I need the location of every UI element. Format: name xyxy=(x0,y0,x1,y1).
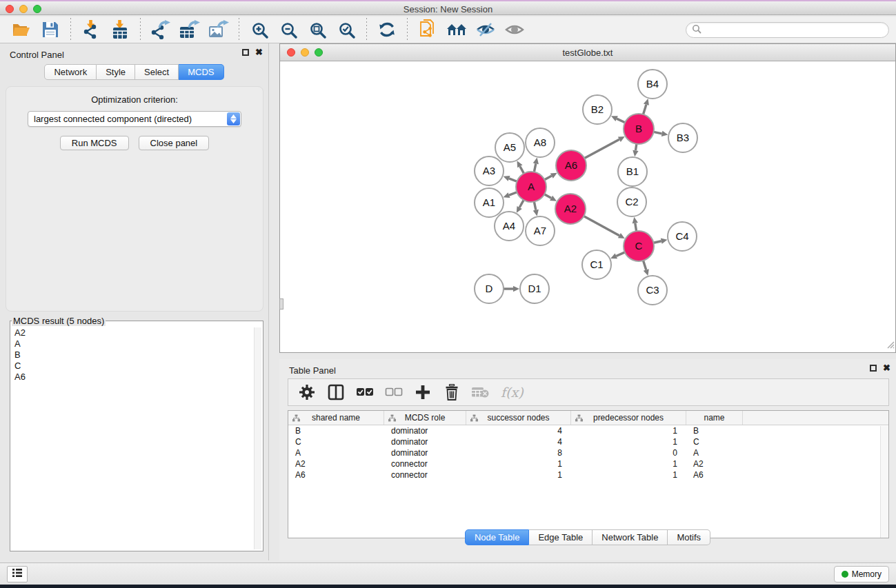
table-cell[interactable]: C xyxy=(288,436,384,447)
graph-node-A1[interactable]: A1 xyxy=(475,188,504,217)
edge-B-B1[interactable] xyxy=(635,144,636,151)
deselect-all-icon[interactable] xyxy=(385,383,403,401)
table-cell[interactable]: connector xyxy=(384,458,466,469)
float-panel-icon[interactable] xyxy=(242,49,249,56)
table-cell[interactable]: 1 xyxy=(571,458,686,469)
table-cell[interactable]: connector xyxy=(384,469,466,480)
graph-node-B4[interactable]: B4 xyxy=(638,70,667,99)
table-cell[interactable]: 4 xyxy=(466,425,571,436)
edge-C-C2[interactable] xyxy=(635,223,637,232)
graph-node-B1[interactable]: B1 xyxy=(618,157,647,186)
graph-node-A6[interactable]: A6 xyxy=(556,150,586,181)
table-cell[interactable]: A2 xyxy=(686,458,743,469)
memory-button[interactable]: Memory xyxy=(834,566,889,582)
edge-A-A8[interactable] xyxy=(534,163,535,172)
graph-node-D[interactable]: D xyxy=(475,274,504,303)
graph-node-C1[interactable]: C1 xyxy=(582,250,611,279)
table-cell[interactable]: 1 xyxy=(571,425,686,436)
graph-node-A8[interactable]: A8 xyxy=(526,128,555,157)
table-float-panel-icon[interactable] xyxy=(870,365,877,372)
graph-node-B[interactable]: B xyxy=(624,114,654,144)
mcds-result-item[interactable]: A xyxy=(12,338,253,349)
table-row[interactable]: Bdominator41B xyxy=(288,425,888,436)
table-row[interactable]: A2connector11A2 xyxy=(288,458,888,469)
table-tab-network-table[interactable]: Network Table xyxy=(593,529,668,545)
table-row[interactable]: A6connector11A6 xyxy=(288,469,888,480)
run-mcds-button[interactable]: Run MCDS xyxy=(60,136,129,150)
mcds-result-item[interactable]: C xyxy=(12,361,253,372)
table-tab-motifs[interactable]: Motifs xyxy=(668,529,710,545)
resize-grip-icon[interactable] xyxy=(886,339,895,352)
first-neighbors-icon[interactable] xyxy=(445,19,468,41)
table-close-panel-icon[interactable]: ✖ xyxy=(883,365,890,372)
open-file-icon[interactable] xyxy=(10,19,33,41)
edge-A6-B[interactable] xyxy=(584,139,619,158)
graph-node-A7[interactable]: A7 xyxy=(526,216,555,245)
table-cell[interactable]: dominator xyxy=(384,447,466,458)
column-header-MCDS-role[interactable]: MCDS role xyxy=(384,411,466,425)
table-scrollbar[interactable] xyxy=(880,426,888,538)
graph-node-B2[interactable]: B2 xyxy=(583,95,612,124)
criterion-dropdown[interactable]: largest connected component (directed) xyxy=(28,111,241,127)
table-cell[interactable]: dominator xyxy=(384,425,466,436)
graph-node-A[interactable]: A xyxy=(516,172,546,202)
table-row[interactable]: Cdominator41C xyxy=(288,436,888,447)
edge-A-A7[interactable] xyxy=(534,202,535,210)
table-cell[interactable]: B xyxy=(686,425,743,436)
table-cell[interactable]: B xyxy=(288,425,384,436)
import-network-icon[interactable] xyxy=(79,19,103,41)
tab-style[interactable]: Style xyxy=(97,64,135,80)
table-tab-node-table[interactable]: Node Table xyxy=(465,529,530,545)
graph-node-A2[interactable]: A2 xyxy=(555,194,586,224)
network-window-titlebar[interactable]: testGlobe.txt xyxy=(280,44,895,61)
show-all-icon[interactable] xyxy=(503,19,526,41)
settings-icon[interactable] xyxy=(298,383,316,401)
table-cell[interactable]: dominator xyxy=(384,436,466,447)
graph-node-C3[interactable]: C3 xyxy=(638,276,667,305)
graph-node-D1[interactable]: D1 xyxy=(520,274,549,303)
graph-node-C2[interactable]: C2 xyxy=(617,187,646,216)
delete-rows-icon[interactable] xyxy=(443,383,461,401)
import-table-icon[interactable] xyxy=(108,19,132,41)
table-cell[interactable]: 4 xyxy=(466,436,571,447)
edge-B-B4[interactable] xyxy=(643,105,646,114)
table-cell[interactable]: 1 xyxy=(571,469,686,480)
table-cell[interactable]: 1 xyxy=(466,458,571,469)
window-edge-grip[interactable] xyxy=(279,298,283,310)
edge-C-C3[interactable] xyxy=(644,261,646,270)
network-canvas[interactable]: B4B2BB3A8A5A6A3B1AA1C2A2A4A7C4CC1C3DD1 xyxy=(280,62,895,352)
edge-A-A4[interactable] xyxy=(519,200,524,207)
table-row[interactable]: Adominator80A xyxy=(288,447,888,458)
edge-B-B2[interactable] xyxy=(617,119,625,123)
zoom-in-icon[interactable] xyxy=(248,19,271,41)
table-cell[interactable]: 8 xyxy=(466,447,571,458)
graph-node-A5[interactable]: A5 xyxy=(495,133,524,162)
graph-node-B3[interactable]: B3 xyxy=(668,123,697,152)
zoom-fit-icon[interactable] xyxy=(306,19,329,41)
tab-select[interactable]: Select xyxy=(135,64,179,80)
table-cell[interactable]: A6 xyxy=(686,469,743,480)
export-table-icon[interactable] xyxy=(178,19,201,41)
edge-A-A1[interactable] xyxy=(509,192,517,195)
table-cell[interactable]: C xyxy=(686,436,743,447)
mcds-result-item[interactable]: A2 xyxy=(12,327,253,338)
edge-C-C4[interactable] xyxy=(653,241,661,243)
refresh-layout-icon[interactable] xyxy=(375,19,399,41)
search-box[interactable] xyxy=(686,22,889,38)
mcds-result-item[interactable]: A6 xyxy=(12,372,253,383)
column-header-name[interactable]: name xyxy=(686,411,743,425)
save-session-icon[interactable] xyxy=(39,19,62,41)
graph-node-A4[interactable]: A4 xyxy=(495,212,524,241)
column-header-shared-name[interactable]: shared name xyxy=(288,411,384,425)
export-image-icon[interactable] xyxy=(207,19,230,41)
column-header-predecessor-nodes[interactable]: predecessor nodes xyxy=(571,411,686,425)
edge-A-A3[interactable] xyxy=(509,179,517,181)
tab-mcds[interactable]: MCDS xyxy=(179,64,223,80)
edge-A-A2[interactable] xyxy=(544,194,551,199)
graph-node-C[interactable]: C xyxy=(624,231,654,261)
table-tab-edge-table[interactable]: Edge Table xyxy=(529,529,593,545)
table-cell[interactable]: 1 xyxy=(466,469,571,480)
table-cell[interactable]: A2 xyxy=(288,458,384,469)
graph-node-A3[interactable]: A3 xyxy=(475,156,504,185)
search-input[interactable] xyxy=(701,23,888,37)
